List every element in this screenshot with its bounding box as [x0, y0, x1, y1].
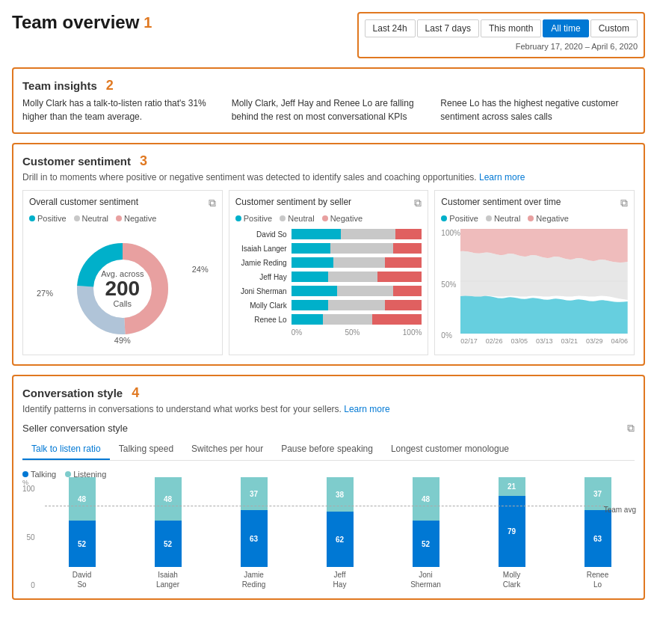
ts-x-6: 03/29 — [586, 337, 603, 345]
seller-name-0: David So — [235, 230, 292, 239]
stacked-bar-1: 48 52 — [155, 477, 182, 567]
donut-container: Avg. across 200 Calls 27% 24% 49% — [29, 229, 216, 349]
seller-row-2: Jamie Reding — [235, 257, 422, 268]
conv-tab-talk-to-listen-ratio[interactable]: Talk to listen ratio — [22, 439, 110, 460]
sentiment-title-text: Customer sentiment — [22, 155, 131, 168]
bar-group-5: 21 79 MollyClark — [475, 477, 549, 589]
conv-style-learn-more[interactable]: Learn more — [344, 404, 389, 414]
stacked-bar-6: 37 63 — [584, 477, 611, 567]
listen-seg-1: 48 — [155, 477, 182, 521]
bs-legend-negative: Negative — [322, 214, 363, 223]
seller-name-2: Jamie Reding — [235, 259, 292, 267]
conv-tab-longest-customer-monologue[interactable]: Longest customer monologue — [382, 439, 518, 460]
conv-style-title-text: Conversation style — [22, 387, 123, 399]
seller-name-3: Jeff Hay — [235, 273, 292, 281]
bar-neg-1 — [393, 243, 422, 254]
stacked-bar-5: 21 79 — [499, 477, 525, 567]
bar-neu-3 — [328, 272, 377, 282]
seller-bar-track-1 — [292, 243, 422, 254]
bar-person-label-6: ReneeLo — [587, 570, 608, 589]
listen-val-3: 38 — [336, 491, 344, 499]
listen-seg-5: 21 — [499, 477, 525, 496]
listen-val-4: 48 — [422, 495, 430, 503]
conv-style-title: Conversation style 4 — [22, 385, 635, 401]
conv-tab-pause-before-speaking[interactable]: Pause before speaking — [272, 439, 382, 460]
seller-name-1: Isaiah Langer — [235, 245, 292, 253]
date-range: February 17, 2020 – April 6, 2020 — [365, 42, 638, 51]
bar-group-0: 48 52 DavidSo — [45, 477, 119, 589]
ot-legend-negative: Negative — [528, 214, 568, 223]
by-seller-title-text: Customer sentiment by seller — [235, 197, 351, 209]
sentiment-learn-more[interactable]: Learn more — [479, 172, 525, 183]
talk-seg-0: 52 — [69, 521, 96, 567]
bs-legend-positive: Positive — [235, 214, 273, 223]
team-insights-title: Team insights 2 — [22, 78, 635, 93]
timeseries-wrapper: 100% 50% 0% — [441, 229, 628, 341]
bar-neg-0 — [395, 229, 422, 239]
bar-neu-4 — [337, 286, 393, 296]
stacked-bar-4: 48 52 — [413, 477, 439, 567]
seller-bar-track-6 — [292, 314, 422, 325]
seller-row-3: Jeff Hay — [235, 272, 422, 282]
stacked-bars-container: 100 50 0 48 52 DavidSo 48 52 IsaiahLange… — [22, 485, 635, 589]
talk-val-4: 52 — [422, 540, 430, 548]
ts-y-0: 0% — [441, 331, 460, 340]
by-seller-title: Customer sentiment by seller ⧉ — [235, 197, 422, 209]
conv-style-subtitle: Identify patterns in conversations to un… — [22, 404, 635, 414]
time-filter-container: Last 24hLast 7 daysThis monthAll timeCus… — [357, 12, 645, 58]
bar-group-2: 37 63 JamieReding — [217, 477, 291, 589]
listen-seg-4: 48 — [413, 477, 439, 521]
conv-tab-switches-per-hour[interactable]: Switches per hour — [182, 439, 272, 460]
bar-person-label-4: JoniSherman — [410, 570, 441, 589]
conv-section-header: Seller conversation style ⧉ — [22, 422, 635, 435]
listen-val-6: 37 — [593, 490, 602, 498]
seller-row-5: Molly Clark — [235, 300, 422, 310]
talk-val-0: 52 — [78, 540, 86, 548]
time-btn-last-24h[interactable]: Last 24h — [365, 19, 416, 37]
timeseries-svg — [460, 229, 628, 334]
conv-tab-talking-speed[interactable]: Talking speed — [110, 439, 182, 460]
talk-val-2: 63 — [250, 535, 258, 543]
over-time-legend: Positive Neutral Negative — [441, 214, 628, 223]
seller-row-0: David So — [235, 229, 422, 239]
time-btn-custom[interactable]: Custom — [590, 19, 638, 37]
time-btn-this-month[interactable]: This month — [481, 19, 541, 37]
bar-pos-1 — [292, 243, 330, 254]
listen-val-0: 48 — [78, 495, 86, 503]
bar-axis: 0% 50% 100% — [292, 328, 422, 337]
ts-x-3: 03/05 — [511, 337, 528, 345]
bar-person-label-0: DavidSo — [73, 570, 92, 589]
talk-seg-4: 52 — [413, 521, 439, 567]
bar-pos-2 — [292, 257, 333, 268]
page-title: Team overview — [12, 12, 139, 33]
time-btn-all-time[interactable]: All time — [543, 19, 588, 37]
overall-title-text: Overall customer sentiment — [29, 197, 138, 209]
seller-bars: David So Isaiah Langer Jamie Reding Jeff… — [235, 229, 422, 325]
insight-item-0: Molly Clark has a talk-to-listen ratio t… — [22, 96, 217, 123]
y-axis-labels: 100 50 0 — [22, 485, 35, 589]
pct-27: 27% — [37, 289, 53, 298]
sentiment-charts: Overall customer sentiment ⧉ Positive Ne… — [22, 190, 635, 355]
stacked-bar-3: 38 62 — [327, 477, 354, 567]
sentiment-title: Customer sentiment 3 — [22, 153, 635, 169]
ot-legend-neutral: Neutral — [486, 214, 520, 223]
seller-bar-track-0 — [292, 229, 422, 239]
time-btn-last-7-days[interactable]: Last 7 days — [417, 19, 479, 37]
conv-copy-icon[interactable]: ⧉ — [627, 422, 635, 435]
team-insights-title-text: Team insights — [22, 79, 97, 92]
seller-conv-style-label: Seller conversation style — [22, 423, 128, 434]
bar-neg-6 — [372, 314, 422, 325]
insights-grid: Molly Clark has a talk-to-listen ratio t… — [22, 96, 635, 123]
over-time-copy-icon[interactable]: ⧉ — [620, 197, 628, 209]
overall-legend: Positive Neutral Negative — [29, 214, 216, 223]
overall-copy-icon[interactable]: ⧉ — [209, 197, 216, 209]
ts-x-1: 02/17 — [460, 337, 478, 345]
step1-badge: 1 — [144, 14, 152, 31]
seller-name-4: Joni Sherman — [235, 287, 292, 295]
donut-sublabel: Calls — [101, 299, 144, 308]
bar-neu-1 — [330, 243, 393, 254]
by-seller-copy-icon[interactable]: ⧉ — [414, 197, 422, 209]
seller-name-6: Renee Lo — [235, 316, 292, 324]
listen-val-1: 48 — [164, 495, 172, 503]
seller-bar-track-2 — [292, 257, 422, 268]
